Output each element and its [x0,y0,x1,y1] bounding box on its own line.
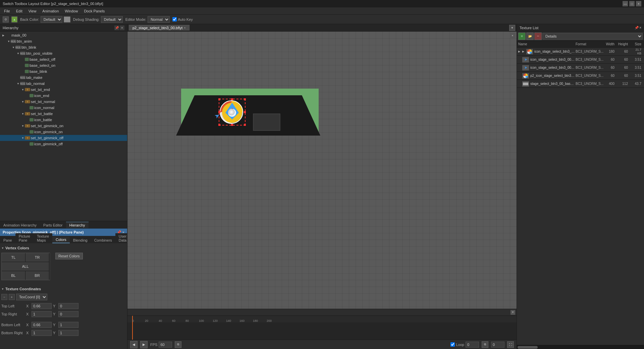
tree-item-mask_00[interactable]: ▶ mask_00 [0,32,127,38]
tab-parts-editor[interactable]: Parts Editor [40,222,66,228]
tree-item-set_txt_gimmick_on[interactable]: ▼ T set_txt_gimmick_on [0,123,127,129]
canvas-tab-close[interactable]: × [184,26,185,30]
tree-item-set_txt_battle[interactable]: ▼ T set_txt_battle [0,111,127,117]
tex-coord-arrow[interactable]: ▼ [1,288,4,291]
tree-item-btn_blink[interactable]: ▼ NUL btn_blink [0,44,127,50]
play-prev-btn[interactable]: ◀ [130,341,138,348]
texture-row-4[interactable]: stage_select_btn3_00_base_00^q BC3_UNORM… [517,80,644,88]
editor-mode-select[interactable]: Normal [148,16,170,23]
canvas-area[interactable]: × [127,32,517,309]
tree-item-icon_battle[interactable]: icon_battle [0,117,127,123]
vertex-cell-tl[interactable]: TL [2,253,25,262]
tex-expand-arrow-0b[interactable]: ▶ [522,50,526,53]
tab-hierarchy[interactable]: Hierarchy [66,222,89,228]
back-color-swatch[interactable] [64,16,70,22]
texture-detail-select[interactable]: Details [542,33,643,40]
timeline-frame-btn[interactable]: ⧉ [482,341,488,348]
texture-row-3[interactable]: p2_icon_stage_select_btn3_00_01^q BC3_UN… [517,72,644,80]
coord-top-left-x[interactable] [32,303,52,309]
timeline-zoom-btn[interactable]: ⧉ [175,341,181,348]
timeline-expand-btn[interactable]: ⛶ [507,341,514,348]
tab-blending[interactable]: Blending [70,237,91,243]
tree-item-base_select_on[interactable]: base_select_on [0,62,127,68]
tex-expand-arrow-0[interactable]: ▶ [518,50,522,53]
vertex-cell-bl[interactable]: BL [2,271,25,280]
tree-item-icon_gimmick_on[interactable]: icon_gimmick_on [0,129,127,135]
scrollbar-thumb-h[interactable] [518,346,538,349]
vertex-cell-br[interactable]: BR [25,271,49,280]
tab-colors[interactable]: Colors [52,237,70,243]
tree-item-tab_make[interactable]: NUL tab_make [0,74,127,81]
timeline-collapse-btn[interactable]: ▼ [511,310,515,315]
loop-checkbox[interactable] [450,342,455,347]
tree-arrow[interactable]: ▼ [16,51,20,55]
tree-item-icon_end[interactable]: icon_end [0,93,127,99]
vertex-cell-all[interactable]: ALL [2,262,49,271]
tab-pane[interactable]: Pane [0,237,15,243]
canvas-close-btn[interactable]: × [510,33,515,38]
tree-item-tab_normal[interactable]: ▼ NUL tab_normal [0,81,127,87]
tree-arrow[interactable]: ▼ [11,45,15,49]
sel-handle-tc[interactable] [231,98,233,100]
texture-delete-btn[interactable]: − [534,33,542,40]
texture-row-0[interactable]: ▶ ▶ icon_stage_select_btn3_00_00^q BC3_U… [517,48,644,56]
texture-close-btn[interactable]: × [639,26,641,30]
tree-arrow[interactable]: ▼ [21,88,25,92]
tab-animation-hierarchy[interactable]: Animation Hierarchy [0,222,40,228]
tree-item-icon_gimmick_off[interactable]: icon_gimmick_off [0,141,127,147]
menu-view[interactable]: View [26,8,39,14]
loop-value-input[interactable] [466,342,479,348]
tab-picture-pane[interactable]: Picture Pane [15,233,34,243]
tree-item-base_select_off[interactable]: base_select_off [0,56,127,62]
coord-bottom-left-y[interactable] [58,322,78,328]
tree-item-base_blink[interactable]: base_blink [0,68,127,74]
tree-arrow[interactable]: ▼ [21,124,25,128]
hierarchy-close-btn[interactable]: × [120,26,124,30]
tree-arrow[interactable]: ▼ [16,82,20,86]
canvas-panel-collapse[interactable]: ▼ [509,25,515,31]
sel-handle-bl[interactable] [218,124,220,126]
tree-item-btn_anim[interactable]: ▼ NUL btn_anim [0,38,127,44]
texture-row-2[interactable]: ➤ icon_stage_select_btn3_00_03^q BC3_UNO… [517,64,644,72]
reset-colors-button[interactable]: Reset Colors [55,253,83,259]
tab-combiners[interactable]: Combiners [91,237,115,243]
vertex-cell-tr[interactable]: TR [25,253,49,262]
texture-row-1[interactable]: ➤ icon_stage_select_btn3_00_02^q BC3_UNO… [517,56,644,64]
sel-handle-tr[interactable] [244,98,246,100]
menu-edit[interactable]: Edit [13,8,25,14]
back-color-select[interactable]: Default [41,16,62,23]
tree-item-set_txt_end[interactable]: ▼ T set_txt_end [0,87,127,93]
maximize-btn[interactable]: □ [629,1,635,6]
toolbar-icon-2[interactable]: ▲ [11,16,17,22]
play-next-btn[interactable]: ▶ [140,341,148,348]
tree-arrow[interactable]: ▶ [1,33,5,37]
coord-bottom-right-x[interactable] [32,330,52,336]
auto-key-checkbox[interactable] [172,17,177,21]
tree-item-icon_normal[interactable]: icon_normal [0,105,127,111]
fps-input[interactable] [159,342,172,348]
sel-handle-ml[interactable] [218,111,220,113]
tex-coord-minus-btn[interactable]: − [1,294,7,300]
coord-top-left-y[interactable] [58,303,78,309]
tree-item-btn_posi_visible[interactable]: ▼ NUL btn_posi_visible [0,50,127,56]
tree-arrow[interactable]: ▼ [7,39,11,43]
coord-bottom-right-y[interactable] [58,330,78,336]
tree-item-set_txt_normal[interactable]: ▼ T set_txt_normal [0,99,127,105]
sel-handle-mr[interactable] [244,111,246,113]
coord-top-right-y[interactable] [58,311,78,317]
tab-texture-maps[interactable]: Texture Maps [34,233,52,243]
texture-list-scrollbar-h[interactable] [517,345,644,349]
timeline-frame-input[interactable] [491,342,504,348]
tree-arrow[interactable]: ▼ [21,112,25,116]
tree-arrow[interactable]: ▼ [21,136,25,140]
tex-coord-plus-btn[interactable]: + [9,294,15,300]
minimize-btn[interactable]: — [623,1,628,6]
sel-handle-bc[interactable] [231,124,233,126]
tex-coord-select[interactable]: TexCoord [0] [16,294,47,300]
tree-arrow[interactable]: ▼ [21,100,25,104]
close-btn[interactable]: × [636,1,641,6]
menu-file[interactable]: File [1,8,13,14]
texture-add-btn[interactable]: + [518,33,526,40]
timeline-content[interactable] [127,322,517,340]
debug-shading-select[interactable]: Default [101,16,123,23]
